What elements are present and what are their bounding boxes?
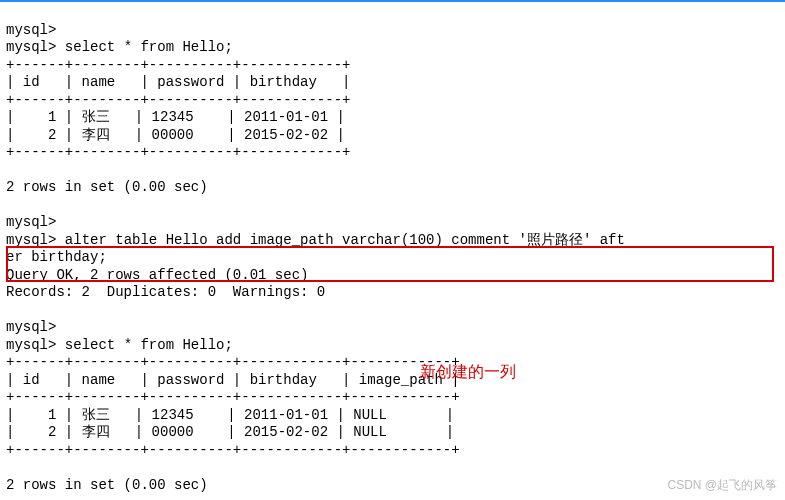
watermark: CSDN @起飞的风筝 [667,477,777,494]
prompt: mysql> [6,337,56,353]
result-text: 2 rows in set (0.00 sec) [6,477,208,493]
table-header: | id | name | password | birthday | [6,74,350,90]
terminal-output: mysql> mysql> select * from Hello; +----… [0,2,785,496]
table-row: | 2 | 李四 | 00000 | 2015-02-02 | [6,127,345,143]
table-border: +------+--------+----------+------------… [6,389,460,405]
annotation-label: 新创建的一列 [420,362,516,383]
table-border: +------+--------+----------+------------… [6,144,350,160]
result-text: Records: 2 Duplicates: 0 Warnings: 0 [6,284,325,300]
prompt: mysql> [6,22,56,38]
table-header: | id | name | password | birthday | imag… [6,372,460,388]
sql-query: select * from Hello; [65,39,233,55]
table-row: | 1 | 张三 | 12345 | 2011-01-01 | NULL | [6,407,454,423]
prompt: mysql> [6,232,56,248]
result-text: 2 rows in set (0.00 sec) [6,179,208,195]
table-row: | 2 | 李四 | 00000 | 2015-02-02 | NULL | [6,424,454,440]
result-text: Query OK, 2 rows affected (0.01 sec) [6,267,308,283]
prompt: mysql> [6,214,56,230]
sql-alter-line2: er birthday; [6,249,107,265]
table-row: | 1 | 张三 | 12345 | 2011-01-01 | [6,109,345,125]
table-border: +------+--------+----------+------------… [6,57,350,73]
table-border: +------+--------+----------+------------… [6,354,460,370]
table-border: +------+--------+----------+------------… [6,92,350,108]
prompt: mysql> [6,319,56,335]
sql-alter-line1: alter table Hello add image_path varchar… [65,232,625,248]
sql-query: select * from Hello; [65,337,233,353]
prompt: mysql> [6,39,56,55]
table-border: +------+--------+----------+------------… [6,442,460,458]
